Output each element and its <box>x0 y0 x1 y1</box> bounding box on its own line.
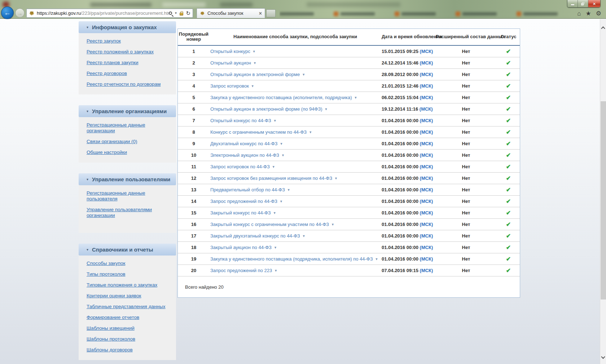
method-name-link[interactable]: Закрытый конкурс по 44-ФЗ <box>210 210 271 216</box>
method-name-link[interactable]: Открытый аукцион в электронной форме <box>210 72 300 77</box>
msk-timezone-link[interactable]: (МСК) <box>420 49 433 54</box>
msk-timezone-link[interactable]: (МСК) <box>420 256 433 262</box>
method-name-link[interactable]: Запрос котировок <box>210 83 249 89</box>
row-dropdown-icon[interactable]: ▼ <box>302 234 306 238</box>
sidebar-link[interactable]: Шаблоны договоров <box>87 347 171 353</box>
row-dropdown-icon[interactable]: ▼ <box>251 84 254 88</box>
background-tab[interactable] <box>334 12 375 16</box>
close-button[interactable]: × <box>588 0 600 7</box>
msk-timezone-link[interactable]: (МСК) <box>420 233 433 239</box>
sidebar-link[interactable]: Регистрационные данные пользователя <box>87 190 171 202</box>
background-tab[interactable] <box>456 12 497 16</box>
sidebar-link[interactable]: Управление пользователями организации <box>87 207 171 218</box>
method-name-link[interactable]: Открытый конкурс <box>210 49 250 54</box>
sidebar-link[interactable]: Связи организации (0) <box>87 139 171 145</box>
msk-timezone-link[interactable]: (МСК) <box>420 83 433 89</box>
sidebar-link[interactable]: Реестр положений о закупках <box>87 49 171 55</box>
msk-timezone-link[interactable]: (МСК) <box>420 268 433 273</box>
settings-gear-icon[interactable]: ⚙ <box>596 10 601 17</box>
method-name-link[interactable]: Предварительный отбор по 44-ФЗ <box>210 187 285 192</box>
msk-timezone-link[interactable]: (МСК) <box>420 199 433 204</box>
search-icon[interactable] <box>169 12 172 15</box>
row-dropdown-icon[interactable]: ▼ <box>331 223 334 226</box>
sidebar-link[interactable]: Реестр закупок <box>87 38 171 44</box>
method-name-link[interactable]: Двухэтапный конкурс по 44-ФЗ <box>210 141 277 146</box>
msk-timezone-link[interactable]: (МСК) <box>420 106 433 112</box>
sidebar-link[interactable]: Типы протоколов <box>87 271 171 277</box>
sidebar-link[interactable]: Реестр договоров <box>87 71 171 76</box>
sidebar-link[interactable]: Реестр отчетности по договорам <box>87 81 171 87</box>
method-name-link[interactable]: Закрытый аукцион по 44-ФЗ <box>210 245 272 250</box>
method-name-link[interactable]: Закупка у единственного поставщика (испо… <box>210 95 352 100</box>
sidebar-link[interactable]: Способы закупок <box>87 261 171 266</box>
favorites-star-icon[interactable]: ★ <box>586 10 591 17</box>
refresh-icon[interactable]: ↻ <box>186 10 190 16</box>
sidebar-section-header[interactable]: ▾Управление пользователями <box>79 173 176 185</box>
method-name-link[interactable]: Запрос котировок без размещения извещени… <box>210 176 332 181</box>
background-tabs[interactable] <box>280 9 572 18</box>
scroll-up-icon[interactable] <box>601 26 605 30</box>
row-dropdown-icon[interactable]: ▼ <box>274 246 277 249</box>
msk-timezone-link[interactable]: (МСК) <box>420 164 433 169</box>
restore-button[interactable] <box>578 0 588 7</box>
method-name-link[interactable]: Запрос предложений по 44-ФЗ <box>210 199 277 204</box>
row-dropdown-icon[interactable]: ▼ <box>274 269 277 272</box>
msk-timezone-link[interactable]: (МСК) <box>420 210 433 216</box>
row-dropdown-icon[interactable]: ▼ <box>273 211 276 215</box>
row-dropdown-icon[interactable]: ▼ <box>325 107 328 111</box>
msk-timezone-link[interactable]: (МСК) <box>420 176 433 181</box>
background-tab[interactable] <box>395 12 436 16</box>
msk-timezone-link[interactable]: (МСК) <box>420 72 433 77</box>
msk-timezone-link[interactable]: (МСК) <box>420 187 433 192</box>
method-name-link[interactable]: Открытый аукцион в электронной форме (по… <box>210 106 322 112</box>
row-dropdown-icon[interactable]: ▼ <box>280 200 283 203</box>
sidebar-link[interactable]: Табличные представления данных <box>87 304 171 310</box>
sidebar-section-header[interactable]: ▾Справочники и отчеты <box>79 244 176 256</box>
method-name-link[interactable]: Запрос предложений по 223 <box>210 268 272 273</box>
sidebar-link[interactable]: Реестр планов закупки <box>87 60 171 66</box>
row-dropdown-icon[interactable]: ▼ <box>309 130 312 134</box>
msk-timezone-link[interactable]: (МСК) <box>420 95 433 100</box>
row-dropdown-icon[interactable]: ▼ <box>281 154 285 157</box>
sidebar-link[interactable]: Формирование отчетов <box>87 315 171 320</box>
sidebar-link[interactable]: Регистрационные данные организации <box>87 122 171 134</box>
sidebar-link[interactable]: Типовые положения о закупках <box>87 282 171 288</box>
method-name-link[interactable]: Закупка у единственного поставщика (подр… <box>210 256 373 262</box>
tab-close-icon[interactable]: × <box>259 11 262 16</box>
row-dropdown-icon[interactable]: ▼ <box>302 73 305 76</box>
msk-timezone-link[interactable]: (МСК) <box>420 245 433 250</box>
new-tab-button[interactable] <box>266 9 276 17</box>
row-dropdown-icon[interactable]: ▼ <box>253 61 256 65</box>
method-name-link[interactable]: Запрос котировок по 44-ФЗ <box>210 164 270 169</box>
msk-timezone-link[interactable]: (МСК) <box>420 60 433 66</box>
background-tab[interactable] <box>517 12 558 16</box>
msk-timezone-link[interactable]: (МСК) <box>420 222 433 227</box>
background-tab[interactable] <box>280 12 314 15</box>
method-name-link[interactable]: Закрытый двухэтапный конкурс по 44-ФЗ <box>210 233 300 239</box>
sidebar-link[interactable]: Шаблоны извещений <box>87 325 171 331</box>
tab-active[interactable]: Способы закупок × <box>197 8 265 18</box>
row-dropdown-icon[interactable]: ▼ <box>273 119 277 123</box>
msk-timezone-link[interactable]: (МСК) <box>420 129 433 135</box>
address-bar[interactable]: https://zakupki.gov.ru/223/ppa/private/p… <box>26 9 193 18</box>
msk-timezone-link[interactable]: (МСК) <box>420 152 433 158</box>
row-dropdown-icon[interactable]: ▼ <box>375 257 378 261</box>
method-name-link[interactable]: Закрытый конкурс с ограниченным участием… <box>210 222 329 227</box>
sidebar-link[interactable]: Шаблоны протоколов <box>87 336 171 342</box>
method-name-link[interactable]: Открытый конкурс по 44-ФЗ <box>210 118 271 123</box>
sidebar-link[interactable]: Общие настройки <box>87 150 171 155</box>
row-dropdown-icon[interactable]: ▼ <box>354 96 357 99</box>
row-dropdown-icon[interactable]: ▼ <box>334 177 338 180</box>
msk-timezone-link[interactable]: (МСК) <box>420 141 433 146</box>
sidebar-link[interactable]: Критерии оценки заявок <box>87 293 171 299</box>
row-dropdown-icon[interactable]: ▼ <box>287 188 290 192</box>
scrollbar-thumb[interactable] <box>601 101 606 299</box>
method-name-link[interactable]: Конкурс с ограниченным участием по 44-ФЗ <box>210 129 307 135</box>
page-scrollbar[interactable] <box>600 19 606 364</box>
address-dropdown-icon[interactable]: ▼ <box>175 12 177 15</box>
sidebar-section-header[interactable]: ▾Информация о закупках <box>79 21 176 33</box>
method-name-link[interactable]: Электронный аукцион по 44-ФЗ <box>210 152 279 158</box>
row-dropdown-icon[interactable]: ▼ <box>272 165 275 169</box>
row-dropdown-icon[interactable]: ▼ <box>280 142 283 146</box>
method-name-link[interactable]: Открытый аукцион <box>210 60 251 66</box>
